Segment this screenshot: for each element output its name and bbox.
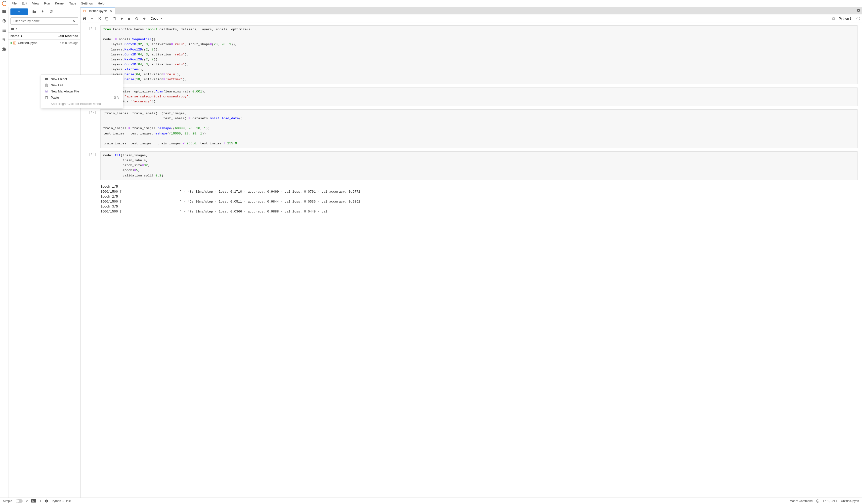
file-modified: 6 minutes ago (60, 41, 78, 45)
menu-tabs[interactable]: Tabs (67, 0, 79, 6)
menu-file[interactable]: File (9, 0, 19, 6)
context-menu-label: New Folder (51, 77, 119, 81)
menu-view[interactable]: View (29, 0, 41, 6)
running-indicator-icon (11, 42, 12, 44)
stop-icon[interactable] (127, 17, 131, 21)
header-modified[interactable]: Last Modified (48, 32, 80, 39)
file-toolbar (9, 7, 80, 16)
breadcrumb[interactable]: / (9, 26, 80, 32)
menu-help[interactable]: Help (95, 0, 107, 6)
clipboard-icon (45, 96, 48, 100)
cell-input[interactable]: (train_images, train_labels), (test_imag… (101, 109, 858, 148)
code-cell[interactable]: mpile(optimizer=optimizers.Adam(learning… (83, 88, 858, 106)
tab-title: Untitled.ipynb (88, 9, 107, 13)
context-menu-hint: Shift+Right Click for Browser Menu (51, 102, 119, 106)
debugger-icon[interactable] (2, 37, 7, 42)
context-paste[interactable]: Paste ⌘ V (41, 94, 123, 101)
toc-icon[interactable] (2, 28, 7, 33)
notebook-icon (83, 10, 86, 12)
file-row[interactable]: Untitled.ipynb 6 minutes ago (9, 40, 80, 46)
new-launcher-button[interactable] (11, 9, 28, 15)
search-icon (73, 19, 76, 23)
notebook-toolbar: Code Python 3 (80, 14, 862, 23)
header-name[interactable]: Name ▴ (9, 32, 48, 39)
running-icon[interactable] (2, 18, 7, 23)
cell-prompt: [18]: (83, 151, 101, 180)
code-cell[interactable]: [17]:(train_images, train_labels), (test… (83, 109, 858, 148)
file-list-header: Name ▴ Last Modified (9, 32, 80, 40)
context-new-markdown[interactable]: M New Markdown File (41, 88, 123, 94)
tab-notebook[interactable]: Untitled.ipynb × (80, 7, 115, 14)
file-icon (45, 83, 48, 87)
cell-input[interactable]: mpile(optimizer=optimizers.Adam(learning… (101, 88, 858, 106)
breadcrumb-root[interactable]: / (16, 27, 17, 31)
kernel-status[interactable]: Python 3 | Idle (52, 499, 71, 503)
cell-type-select[interactable]: Code (149, 16, 164, 21)
lsp-gear-icon[interactable] (45, 499, 48, 503)
property-inspector-icon[interactable] (857, 9, 861, 12)
kernel-name[interactable]: Python 3 (839, 17, 851, 21)
cursor-position[interactable]: Ln 1, Col 1 (823, 499, 837, 503)
terminal-count[interactable]: 1 (40, 499, 41, 503)
context-menu-shortcut: ⌘ V (114, 96, 119, 100)
notebook-icon (13, 41, 16, 45)
svg-rect-1 (3, 21, 5, 22)
refresh-icon[interactable] (49, 10, 53, 14)
context-menu-label: Paste (51, 96, 111, 100)
notebook-area: Untitled.ipynb × Code Python 3 [15]:from… (80, 7, 862, 498)
upload-icon[interactable] (41, 10, 45, 14)
mode-status[interactable]: Mode: Command (790, 499, 812, 503)
context-new-file[interactable]: New File (41, 82, 123, 88)
menu-settings[interactable]: Settings (79, 0, 95, 6)
cell-input[interactable]: from tensorflow.keras import callbacks, … (101, 25, 858, 84)
context-hint: Shift+Right Click for Browser Menu (41, 101, 123, 107)
context-new-folder[interactable]: New Folder (41, 76, 123, 82)
cell-input[interactable]: model.fit(train_images, train_labels, ba… (101, 151, 858, 180)
run-all-icon[interactable] (142, 17, 146, 21)
copy-icon[interactable] (105, 17, 109, 21)
cell-output-row[interactable]: Epoch 1/5 1500/1500 [===================… (83, 183, 858, 215)
status-filename[interactable]: Untitled.ipynb (841, 499, 859, 503)
simple-label: Simple (3, 499, 12, 503)
extensions-icon[interactable] (2, 47, 7, 52)
trusted-icon[interactable] (816, 499, 820, 503)
save-icon[interactable] (82, 17, 87, 21)
context-menu: New Folder New File M New Markdown File … (41, 75, 123, 108)
run-icon[interactable] (120, 17, 124, 21)
cell-prompt: [17]: (83, 109, 101, 148)
cut-icon[interactable] (97, 17, 101, 21)
code-cell[interactable]: [15]:from tensorflow.keras import callba… (83, 25, 858, 84)
kernel-idle-icon (857, 17, 860, 21)
new-folder-icon[interactable] (32, 10, 36, 14)
menubar: File Edit View Run Kernel Tabs Settings … (0, 0, 862, 7)
context-menu-label: New Markdown File (51, 90, 119, 93)
close-tab-icon[interactable]: × (110, 9, 112, 13)
folder-plus-icon (45, 77, 48, 81)
markdown-icon: M (45, 90, 48, 93)
insert-cell-icon[interactable] (90, 17, 94, 21)
folder-icon[interactable] (2, 9, 7, 14)
simple-toggle[interactable] (16, 499, 23, 503)
sort-up-icon: ▴ (21, 34, 22, 38)
activity-bar (0, 7, 9, 498)
file-list: Untitled.ipynb 6 minutes ago (9, 40, 80, 498)
context-menu-label: New File (51, 83, 119, 87)
filter-files-input[interactable] (11, 17, 78, 25)
jupyter-logo (2, 1, 7, 6)
cell-output: Epoch 1/5 1500/1500 [===================… (101, 183, 858, 215)
tab-count[interactable]: 2 (26, 499, 28, 503)
menu-kernel[interactable]: Kernel (52, 0, 67, 6)
code-cell[interactable]: [18]:model.fit(train_images, train_label… (83, 151, 858, 180)
tab-bar: Untitled.ipynb × (80, 7, 862, 14)
menu-run[interactable]: Run (41, 0, 52, 6)
restart-icon[interactable] (135, 17, 139, 21)
terminal-badge-icon[interactable]: S_ (31, 499, 36, 503)
statusbar: Simple 2 S_ 1 Python 3 | Idle Mode: Comm… (0, 498, 862, 504)
menu-edit[interactable]: Edit (19, 0, 29, 6)
paste-icon[interactable] (112, 17, 116, 21)
notebook-cells[interactable]: [15]:from tensorflow.keras import callba… (80, 23, 862, 498)
kernel-status-gear-icon[interactable] (832, 17, 835, 21)
file-name: Untitled.ipynb (18, 41, 60, 45)
cell-prompt (83, 183, 101, 215)
